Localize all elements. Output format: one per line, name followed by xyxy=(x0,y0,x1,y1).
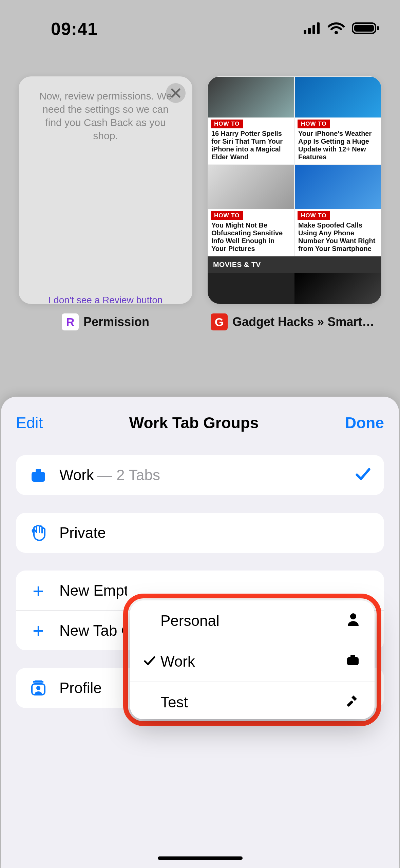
row-meta: — 2 Tabs xyxy=(97,467,160,484)
home-indicator xyxy=(158,856,243,860)
svg-rect-20 xyxy=(350,655,355,658)
tab-title-row: R Permission xyxy=(62,313,149,330)
tab-thumbnail[interactable]: Now, review permissions. We need the set… xyxy=(19,76,192,304)
article-title: Make Spoofed Calls Using Any Phone Numbe… xyxy=(295,221,381,256)
tab-title: Gadget Hacks » Smartph… xyxy=(232,315,378,329)
svg-rect-6 xyxy=(354,25,374,32)
profile-option-work[interactable]: Work xyxy=(130,641,375,682)
plus-icon: + xyxy=(33,619,44,642)
article-section: MOVIES & TV xyxy=(208,256,381,273)
article-title: You Might Not Be Obfuscating Sensitive I… xyxy=(208,221,294,256)
close-tab-button[interactable] xyxy=(166,83,186,103)
svg-point-4 xyxy=(335,31,338,34)
row-label: New Tab Group from 2 Tabs xyxy=(59,622,127,639)
svg-rect-1 xyxy=(308,28,311,34)
article-title: 16 Harry Potter Spells for Siri That Tur… xyxy=(208,129,294,164)
article-tag: HOW TO xyxy=(211,120,243,128)
tab-title: Permission xyxy=(83,315,149,329)
row-label: Private xyxy=(59,524,106,541)
tab-preview-link: I don't see a Review button xyxy=(19,295,192,304)
svg-point-18 xyxy=(350,613,356,619)
svg-rect-2 xyxy=(312,25,315,34)
plus-icon: + xyxy=(33,579,44,602)
svg-point-17 xyxy=(36,686,40,690)
article-tag: HOW TO xyxy=(211,211,243,220)
status-bar: 09:41 xyxy=(0,0,400,44)
favicon-icon: R xyxy=(62,313,79,330)
checkmark-icon xyxy=(356,465,370,485)
status-time: 09:41 xyxy=(51,19,98,39)
annotation-highlight: Personal Work Test xyxy=(123,594,381,726)
row-label: Profile xyxy=(59,680,102,697)
person-icon xyxy=(347,612,360,629)
edit-button[interactable]: Edit xyxy=(16,414,43,432)
svg-rect-21 xyxy=(347,700,354,707)
hand-icon xyxy=(26,524,51,542)
tab-group-row-work[interactable]: Work — 2 Tabs xyxy=(16,455,384,495)
row-label: New Empty Tab Group xyxy=(59,582,127,599)
svg-rect-12 xyxy=(32,472,45,482)
menu-label: Work xyxy=(159,653,346,670)
wifi-icon xyxy=(327,22,345,36)
svg-rect-0 xyxy=(304,30,306,34)
hammer-icon xyxy=(345,694,360,711)
done-button[interactable]: Done xyxy=(345,414,384,432)
briefcase-icon xyxy=(26,468,51,483)
tab-card-gadgethacks[interactable]: HOW TO16 Harry Potter Spells for Siri Th… xyxy=(208,76,381,330)
tab-title-row: G Gadget Hacks » Smartph… xyxy=(211,313,378,330)
tab-group-row-private[interactable]: Private xyxy=(16,513,384,553)
profile-picker-menu: Personal Work Test xyxy=(130,600,375,719)
tab-overview: Now, review permissions. We need the set… xyxy=(19,76,381,330)
article-tag: HOW TO xyxy=(298,211,330,220)
checkmark-icon xyxy=(140,654,159,669)
row-label: Work xyxy=(59,467,94,484)
favicon-icon: G xyxy=(211,313,228,330)
svg-rect-3 xyxy=(317,22,320,34)
article-tag: HOW TO xyxy=(298,120,330,128)
sheet-header: Edit Work Tab Groups Done xyxy=(16,414,384,432)
menu-label: Test xyxy=(159,694,345,711)
tab-card-permission[interactable]: Now, review permissions. We need the set… xyxy=(19,76,192,330)
svg-rect-19 xyxy=(347,657,359,665)
svg-rect-13 xyxy=(36,469,41,473)
sheet-title: Work Tab Groups xyxy=(129,414,259,432)
battery-icon xyxy=(352,22,380,36)
profile-option-test[interactable]: Test xyxy=(130,682,375,719)
briefcase-icon xyxy=(346,654,360,669)
tab-thumbnail[interactable]: HOW TO16 Harry Potter Spells for Siri Th… xyxy=(208,76,381,304)
svg-rect-7 xyxy=(377,26,379,30)
profile-icon xyxy=(26,680,51,696)
profile-option-personal[interactable]: Personal xyxy=(130,600,375,641)
article-title: Your iPhone's Weather App Is Getting a H… xyxy=(295,129,381,164)
tab-preview-text: Now, review permissions. We need the set… xyxy=(19,76,192,142)
cellular-icon xyxy=(304,22,321,35)
status-indicators xyxy=(304,22,380,36)
menu-label: Personal xyxy=(159,612,347,629)
